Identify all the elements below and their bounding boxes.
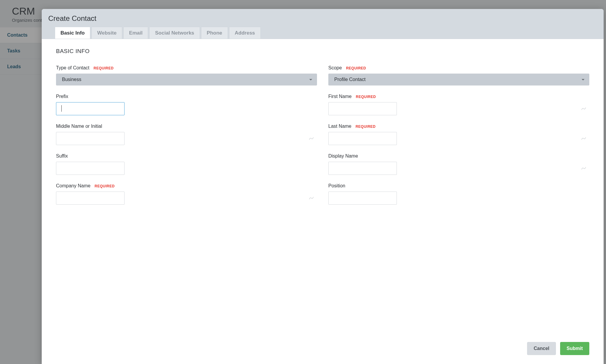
section-title: BASIC INFO [56,48,589,55]
modal-body: BASIC INFO Type of Contact REQUIRED Busi… [42,39,604,337]
field-suffix: Suffix [56,153,317,175]
suffix-input[interactable] [56,162,125,175]
first-name-input[interactable] [328,102,397,115]
modal-tabs: Basic Info Website Email Social Networks… [48,27,597,39]
tab-website[interactable]: Website [91,27,122,39]
field-scope: Scope REQUIRED Profile Contact [328,65,589,85]
scope-select[interactable]: Profile Contact [328,74,589,85]
field-prefix: Prefix [56,94,317,115]
modal-footer: Cancel Submit [42,337,604,364]
field-middle-name: Middle Name or Initial [56,124,317,145]
submit-button[interactable]: Submit [560,342,589,355]
resize-handle-icon [581,167,586,170]
modal-header: Create Contact Basic Info Website Email … [42,9,604,39]
required-badge: REQUIRED [94,66,114,70]
field-type-of-contact: Type of Contact REQUIRED Business [56,65,317,85]
field-company-name: Company Name REQUIRED [56,183,317,205]
middle-name-input[interactable] [56,132,125,145]
company-name-input[interactable] [56,192,125,205]
resize-handle-icon [581,107,586,111]
field-label: Company Name [56,183,91,189]
cancel-button[interactable]: Cancel [527,342,556,355]
text-cursor [61,105,62,112]
select-value: Profile Contact [334,77,366,82]
create-contact-modal: Create Contact Basic Info Website Email … [42,9,604,364]
required-badge: REQUIRED [355,125,375,129]
required-badge: REQUIRED [346,66,366,70]
field-label: Display Name [328,153,358,159]
type-of-contact-select[interactable]: Business [56,74,317,85]
field-label: First Name [328,94,352,99]
modal-title: Create Contact [48,14,597,27]
chevron-down-icon [582,79,585,80]
resize-handle-icon [309,137,314,140]
field-label: Last Name [328,124,351,129]
select-value: Business [62,77,81,82]
field-position: Position [328,183,589,205]
field-first-name: First Name REQUIRED [328,94,589,115]
required-badge: REQUIRED [356,95,376,99]
field-last-name: Last Name REQUIRED [328,124,589,145]
field-display-name: Display Name [328,153,589,175]
required-badge: REQUIRED [95,184,115,188]
tab-social-networks[interactable]: Social Networks [149,27,200,39]
field-label: Suffix [56,153,68,159]
resize-handle-icon [581,137,586,140]
last-name-input[interactable] [328,132,397,145]
tab-basic-info[interactable]: Basic Info [55,27,90,39]
prefix-input[interactable] [56,102,125,115]
field-label: Scope [328,65,342,71]
display-name-input[interactable] [328,162,397,175]
field-label: Prefix [56,94,68,99]
resize-handle-icon [309,196,314,200]
chevron-down-icon [309,79,312,80]
field-label: Middle Name or Initial [56,124,102,129]
field-label: Type of Contact [56,65,89,71]
tab-phone[interactable]: Phone [201,27,228,39]
position-input[interactable] [328,192,397,205]
tab-address[interactable]: Address [229,27,261,39]
field-label: Position [328,183,345,189]
tab-email[interactable]: Email [123,27,148,39]
form-grid: Type of Contact REQUIRED Business Scope … [56,65,589,205]
